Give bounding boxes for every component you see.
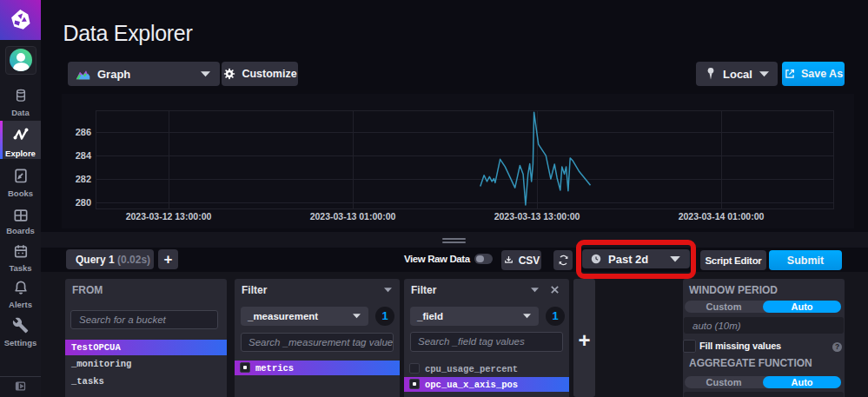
svg-text:2023-03-13 01:00:00: 2023-03-13 01:00:00 [310,211,396,222]
svg-text:2023-03-13 13:00:00: 2023-03-13 13:00:00 [494,211,580,222]
svg-text:286: 286 [76,127,91,137]
svg-text:284: 284 [76,150,92,161]
svg-text:2023-03-14 01:00:00: 2023-03-14 01:00:00 [679,211,765,222]
svg-text:2023-03-12 13:00:00: 2023-03-12 13:00:00 [126,211,212,222]
svg-text:282: 282 [76,174,91,184]
svg-text:280: 280 [76,197,91,208]
